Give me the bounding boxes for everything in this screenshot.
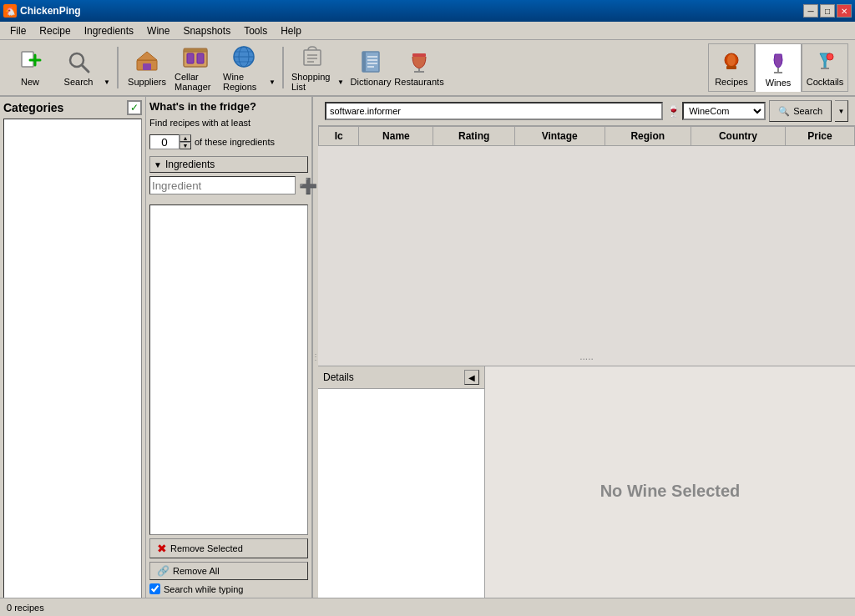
svg-rect-7 <box>143 63 151 70</box>
col-ic[interactable]: Ic <box>319 127 359 146</box>
wine-db-select: 🍷 WineCom Vivino Wine.com CellarTracker <box>666 102 766 120</box>
wine-table: Ic Name Rating Vintage Region Country Pr… <box>318 126 855 146</box>
ingredient-input[interactable] <box>149 176 296 194</box>
remove-all-button[interactable]: 🔗 Remove All <box>149 562 308 580</box>
search-wines-button[interactable]: 🔍 Search <box>769 100 832 122</box>
search-wines-dropdown[interactable]: ▼ <box>835 100 848 122</box>
wines-tab[interactable]: Wines <box>755 43 802 92</box>
search-while-typing-checkbox[interactable] <box>149 583 160 594</box>
wine-table-container[interactable]: Ic Name Rating Vintage Region Country Pr… <box>318 126 855 347</box>
globe-icon <box>230 43 257 70</box>
remove-selected-button[interactable]: ✖ Remove Selected <box>149 538 308 558</box>
menu-help[interactable]: Help <box>274 23 308 38</box>
app-icon: 🐔 <box>3 4 17 18</box>
suppliers-button[interactable]: Suppliers <box>124 43 170 92</box>
close-button[interactable]: ✕ <box>837 4 852 18</box>
categories-list[interactable] <box>3 119 142 613</box>
menu-recipe[interactable]: Recipe <box>33 23 77 38</box>
recipes-label: Recipes <box>715 77 748 87</box>
ingredients-section: ▼ Ingredients ➕ <box>149 156 308 199</box>
search-btn-group: Search ▼ <box>55 43 112 92</box>
no-wine-panel: No Wine Selected <box>485 366 855 616</box>
col-price[interactable]: Price <box>785 127 854 146</box>
minimize-button[interactable]: ─ <box>803 4 818 18</box>
restaurants-label: Restaurants <box>394 77 443 87</box>
categories-checkbox[interactable]: ✓ <box>127 100 142 115</box>
col-country[interactable]: Country <box>691 127 785 146</box>
search-wines-label: Search <box>793 106 822 116</box>
categories-header: Categories ✓ <box>3 100 142 115</box>
ingredients-section-label: Ingredients <box>165 159 215 170</box>
col-name[interactable]: Name <box>359 127 433 146</box>
remove-selected-label: Remove Selected <box>170 543 243 553</box>
wine-regions-button[interactable]: Wine Regions <box>220 43 267 92</box>
dictionary-icon <box>357 48 384 75</box>
svg-rect-32 <box>726 66 736 69</box>
cocktails-tab[interactable]: Cocktails <box>802 43 848 92</box>
shopping-label: Shopping List <box>291 72 333 92</box>
svg-point-31 <box>727 54 736 66</box>
search-button[interactable]: Search <box>55 43 102 92</box>
menu-bar: File Recipe Ingredients Wine Snapshots T… <box>0 22 855 40</box>
shopping-button[interactable]: Shopping List <box>289 43 336 92</box>
wine-regions-dropdown-arrow[interactable]: ▼ <box>267 43 277 92</box>
svg-rect-27 <box>412 53 426 57</box>
min-ingredients-input[interactable]: 0 <box>149 134 180 149</box>
search-glass-icon: 🔍 <box>778 106 790 117</box>
svg-rect-22 <box>362 52 366 72</box>
col-rating[interactable]: Rating <box>433 127 514 146</box>
ingredient-list[interactable] <box>149 204 308 535</box>
menu-tools[interactable]: Tools <box>237 23 274 38</box>
wines-icon <box>765 49 792 76</box>
shopping-dropdown-arrow[interactable]: ▼ <box>336 43 346 92</box>
menu-snapshots[interactable]: Snapshots <box>176 23 237 38</box>
wine-db-dropdown[interactable]: WineCom Vivino Wine.com CellarTracker <box>682 102 766 120</box>
restaurants-button[interactable]: Restaurants <box>396 43 443 92</box>
wine-search-input[interactable] <box>325 102 663 120</box>
svg-rect-9 <box>187 53 194 63</box>
title-bar-controls: ─ □ ✕ <box>803 4 852 18</box>
wine-regions-label: Wine Regions <box>223 72 265 92</box>
search-icon <box>65 48 92 75</box>
ingredient-input-row: ➕ <box>149 176 308 196</box>
spinner-up[interactable]: ▲ <box>180 134 191 142</box>
find-recipes-row: Find recipes with at least <box>149 118 308 128</box>
shopping-icon <box>299 43 326 70</box>
search-label: Search <box>64 77 94 87</box>
find-label: Find recipes with at least <box>149 118 250 128</box>
remove-all-label: Remove All <box>173 566 220 576</box>
remove-selected-icon: ✖ <box>157 542 167 555</box>
spinner-down[interactable]: ▼ <box>180 142 191 149</box>
ingredients-section-header[interactable]: ▼ Ingredients <box>149 156 308 173</box>
main-content: Categories ✓ What's in the fridge? Find … <box>0 97 855 616</box>
wine-panel: 🍷 WineCom Vivino Wine.com CellarTracker … <box>318 97 855 616</box>
menu-ingredients[interactable]: Ingredients <box>78 23 140 38</box>
dots-separator: ..... <box>318 347 855 366</box>
menu-file[interactable]: File <box>3 23 33 38</box>
maximize-button[interactable]: □ <box>820 4 835 18</box>
recipes-tab[interactable]: Recipes <box>708 43 755 92</box>
svg-rect-11 <box>184 48 207 52</box>
title-bar: 🐔 ChickenPing ─ □ ✕ <box>0 0 855 22</box>
recipes-icon <box>718 48 745 75</box>
details-header: Details ◀ <box>318 366 484 389</box>
no-wine-message: No Wine Selected <box>600 482 741 501</box>
wine-search-bar: 🍷 WineCom Vivino Wine.com CellarTracker … <box>318 97 855 126</box>
categories-panel: Categories ✓ <box>0 97 146 616</box>
add-ingredient-button[interactable]: ➕ <box>299 176 317 196</box>
cellar-button[interactable]: Cellar Manager <box>172 43 219 92</box>
dictionary-button[interactable]: Dictionary <box>347 43 394 92</box>
menu-wine[interactable]: Wine <box>140 23 176 38</box>
search-dropdown-arrow[interactable]: ▼ <box>102 43 112 92</box>
svg-rect-10 <box>197 53 204 63</box>
status-bar: 0 recipes <box>0 598 855 616</box>
cocktails-label: Cocktails <box>807 77 844 87</box>
min-ingredients-spinner[interactable]: 0 ▲ ▼ <box>149 134 191 149</box>
col-region[interactable]: Region <box>605 127 691 146</box>
status-recipes-count: 0 recipes <box>7 603 44 613</box>
col-vintage[interactable]: Vintage <box>514 127 605 146</box>
details-content <box>318 389 484 616</box>
new-button[interactable]: New <box>7 43 53 92</box>
details-collapse-button[interactable]: ◀ <box>464 370 479 385</box>
suppliers-label: Suppliers <box>128 77 166 87</box>
